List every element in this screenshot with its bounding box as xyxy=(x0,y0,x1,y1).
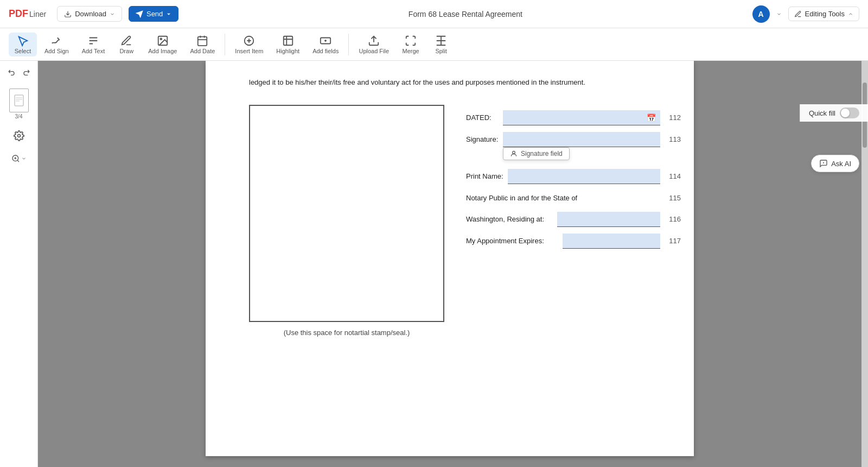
ask-ai-button[interactable]: Ask AI xyxy=(811,155,859,172)
notary-row: Notary Public in and for the State of 11… xyxy=(466,191,681,205)
ask-ai-label: Ask AI xyxy=(831,160,851,168)
svg-rect-16 xyxy=(15,95,23,106)
residing-input[interactable] xyxy=(557,212,660,227)
svg-point-20 xyxy=(17,135,20,137)
dated-field-wrapper: 📅 xyxy=(503,110,660,125)
svg-rect-13 xyxy=(198,36,207,46)
upload-file-label: Upload File xyxy=(359,48,389,54)
svg-point-22 xyxy=(513,151,515,154)
stamp-label: (Use this space for notartial stamp/seal… xyxy=(249,329,444,337)
line-115: 115 xyxy=(665,194,681,202)
form-fields: DATED: 📅 112 Signature: xyxy=(466,105,681,337)
avatar-chevron-icon xyxy=(776,11,782,17)
split-tool[interactable]: Split xyxy=(427,33,455,56)
highlight-label: Highlight xyxy=(276,48,299,54)
quick-fill-label: Quick fill xyxy=(809,109,835,117)
svg-point-12 xyxy=(160,38,162,40)
editing-tools-icon xyxy=(794,10,802,18)
signature-tooltip: Signature field xyxy=(503,147,570,160)
signature-row: Signature: Signature field 113 xyxy=(466,132,681,147)
main-toolbar: PDF Liner Download Send Form 68 Lease Re… xyxy=(0,0,868,28)
split-label: Split xyxy=(435,48,446,54)
print-name-label: Print Name: xyxy=(466,172,503,180)
appointment-row: My Appointment Expires: 117 xyxy=(466,234,681,249)
pdf-content: (Use this space for notartial stamp/seal… xyxy=(249,105,650,337)
insert-item-tool[interactable]: Insert Item xyxy=(229,33,269,56)
line-113: 113 xyxy=(665,135,681,143)
line-114: 114 xyxy=(665,172,681,180)
add-image-tool[interactable]: Add Image xyxy=(143,33,182,56)
appointment-label: My Appointment Expires: xyxy=(466,237,558,245)
print-name-input[interactable] xyxy=(508,169,660,184)
app-logo: PDF Liner xyxy=(9,8,46,20)
page-number: 3/4 xyxy=(15,113,23,119)
download-button[interactable]: Download xyxy=(57,6,122,22)
scrollbar[interactable] xyxy=(861,61,868,467)
upload-file-tool[interactable]: Upload File xyxy=(353,33,394,56)
quick-fill-toggle[interactable] xyxy=(840,108,859,118)
stamp-box xyxy=(249,105,444,322)
dated-row: DATED: 📅 112 xyxy=(466,110,681,125)
add-sign-tool[interactable]: Add Sign xyxy=(39,33,74,56)
line-112: 112 xyxy=(665,113,681,122)
insert-item-label: Insert Item xyxy=(235,48,263,54)
highlight-tool[interactable]: Highlight xyxy=(271,33,305,56)
add-fields-tool[interactable]: Add fields xyxy=(307,33,344,56)
zoom-control[interactable] xyxy=(7,150,31,167)
settings-button[interactable] xyxy=(9,126,29,146)
signature-input[interactable] xyxy=(503,132,660,147)
editing-tools-chevron-icon xyxy=(848,11,853,17)
main-area: 3/4 ledged it to be xyxy=(0,61,868,467)
pdf-page: ledged it to be his/her their/its free a… xyxy=(206,61,694,456)
select-tool-label: Select xyxy=(15,48,31,54)
add-text-tool[interactable]: Add Text xyxy=(76,33,111,56)
toolbar-divider-1 xyxy=(225,34,225,55)
washington-label: Washington, Residing at: xyxy=(466,215,553,223)
page-icon xyxy=(9,89,29,112)
pdf-canvas[interactable]: ledged it to be his/her their/its free a… xyxy=(38,61,861,467)
add-image-label: Add Image xyxy=(148,48,177,54)
quick-fill-area: Quick fill xyxy=(800,104,868,122)
toolbar-right: A Editing Tools xyxy=(752,5,859,23)
add-text-label: Add Text xyxy=(82,48,105,54)
notary-text: Notary Public in and for the State of xyxy=(466,191,577,205)
draw-label: Draw xyxy=(119,48,133,54)
undo-button[interactable] xyxy=(6,66,18,80)
sig-field-wrapper: Signature field xyxy=(503,132,660,147)
merge-tool[interactable]: Merge xyxy=(397,33,425,56)
editing-tools-button[interactable]: Editing Tools xyxy=(788,7,859,21)
merge-label: Merge xyxy=(402,48,419,54)
print-name-row: Print Name: 114 xyxy=(466,169,681,184)
toggle-knob xyxy=(841,109,850,117)
document-title: Form 68 Lease Rental Agreement xyxy=(185,10,745,18)
select-tool[interactable]: Select xyxy=(9,33,37,56)
editing-tools-label: Editing Tools xyxy=(805,10,845,18)
washington-row: Washington, Residing at: 116 xyxy=(466,212,681,227)
left-sidebar: 3/4 xyxy=(0,61,38,467)
dated-input[interactable] xyxy=(503,110,660,125)
line-116: 116 xyxy=(665,215,681,223)
toolbar-divider-2 xyxy=(348,34,349,55)
add-fields-label: Add fields xyxy=(312,48,339,54)
avatar-button[interactable]: A xyxy=(752,5,770,23)
icon-toolbar: Select Add Sign Add Text Draw xyxy=(0,28,868,61)
signature-tooltip-text: Signature field xyxy=(521,150,563,157)
add-date-tool[interactable]: Add Date xyxy=(184,33,220,56)
send-button[interactable]: Send xyxy=(129,6,178,22)
add-sign-label: Add Sign xyxy=(44,48,69,54)
page-thumbnail[interactable]: 3/4 xyxy=(7,86,31,122)
line-117: 117 xyxy=(665,237,681,245)
ask-ai-icon xyxy=(819,159,828,168)
add-date-label: Add Date xyxy=(190,48,215,54)
dated-label: DATED: xyxy=(466,113,499,122)
logo-liner-text: Liner xyxy=(29,10,46,18)
draw-tool[interactable]: Draw xyxy=(112,33,141,56)
signature-label: Signature: xyxy=(466,135,499,143)
send-label: Send xyxy=(146,10,163,18)
download-label: Download xyxy=(75,10,106,18)
appointment-input[interactable] xyxy=(563,234,660,249)
redo-button[interactable] xyxy=(20,66,32,80)
pdf-top-text: ledged it to be his/her their/its free a… xyxy=(249,77,650,89)
logo-pdf-text: PDF xyxy=(9,8,28,20)
